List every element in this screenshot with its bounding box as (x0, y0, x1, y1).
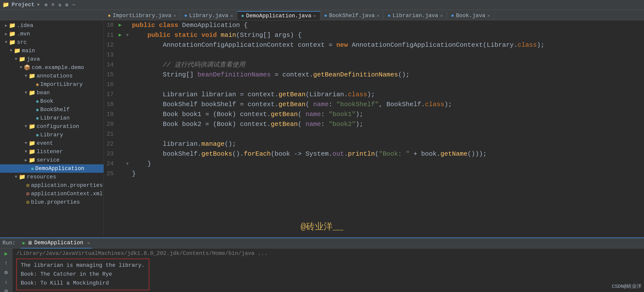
line-num-16: 16 (104, 80, 118, 90)
line-content-15: String[] beanDefinitionNames = context.g… (131, 70, 644, 80)
sidebar-item-configuration[interactable]: ▼ 📁 configuration (0, 122, 104, 131)
line-num-22: 22 (104, 139, 118, 149)
folder-icon-annotations: 📁 (29, 73, 35, 79)
sidebar-label-idea: .idea (17, 23, 33, 29)
output-line-1: Book: The Catcher in the Rye (21, 270, 145, 279)
run-down-button[interactable]: ↓ (2, 279, 11, 285)
code-line-15: 15 String[] beanDefinitionNames = contex… (104, 70, 644, 80)
sidebar-item-blue-properties[interactable]: ⚙ blue.properties (0, 198, 104, 206)
sort-icon[interactable]: ⇅ (58, 2, 61, 8)
line-fold-24[interactable]: ▼ (126, 159, 131, 169)
folder-icon-com: 📦 (24, 64, 30, 71)
folder-icon-service: 📁 (29, 157, 35, 164)
title-bar: 📁 Project ▼ ⊕ ≡ ⇅ ⚙ — (0, 0, 644, 10)
settings-icon[interactable]: ⚙ (65, 2, 68, 8)
sidebar-item-library[interactable]: ◉ Library (0, 131, 104, 139)
sidebar-item-main[interactable]: ▼ 📁 main (0, 47, 104, 55)
dropdown-arrow[interactable]: ▼ (37, 3, 40, 8)
sidebar-item-import-library[interactable]: ◉ ImportLibrary (0, 80, 104, 89)
java-icon-bookshelf: ◉ (36, 107, 39, 112)
sidebar-item-book[interactable]: ◉ Book (0, 97, 104, 105)
tab-close-library[interactable]: ✕ (230, 13, 233, 18)
run-tab-label: DemoApplication (34, 240, 83, 246)
run-tab[interactable]: ▶ 🖥 DemoApplication ✕ (20, 238, 92, 248)
arrow-icon-bean: ▼ (25, 91, 27, 95)
tab-close-import[interactable]: ✕ (174, 13, 176, 18)
bottom-panel: Run: ▶ 🖥 DemoApplication ✕ ▶ ↑ ⚙ ↓ ⊟ /Li… (0, 238, 644, 292)
sidebar-item-idea[interactable]: ▶ 📁 .idea (0, 21, 104, 30)
sidebar-item-listener[interactable]: ▼ 📁 listener (0, 148, 104, 156)
line-fold-11[interactable]: ▼ (126, 30, 131, 40)
tab-close-bookshelf[interactable]: ✕ (377, 13, 380, 18)
sidebar-item-librarian[interactable]: ◉ Librarian (0, 114, 104, 122)
code-editor[interactable]: 10 ▶ public class DemoApplication { 11 ▶… (104, 20, 644, 238)
line-num-12: 12 (104, 40, 118, 50)
folder-icon-main: 📁 (14, 48, 20, 54)
sidebar-item-java[interactable]: ▼ 📁 java (0, 55, 104, 63)
sidebar-label-import: ImportLibrary (40, 81, 83, 88)
line-num-10: 10 (104, 20, 118, 30)
tab-librarian[interactable]: ● Librarian.java ✕ (384, 11, 447, 20)
output-box: The librarian is managing the library. B… (16, 259, 149, 290)
sidebar-label-bookshelf: BookShelf (40, 107, 70, 113)
sidebar-item-service[interactable]: ▶ 📁 service (0, 156, 104, 164)
run-tab-icon: ▶ (22, 240, 26, 246)
tab-bookshelf[interactable]: ● BookShelf.java ✕ (320, 11, 384, 20)
folder-icon-java: 📁 (19, 56, 26, 63)
tab-library[interactable]: ● Library.java ✕ (180, 11, 237, 20)
sidebar-item-resources[interactable]: ▼ 📁 resources (0, 173, 104, 181)
line-num-23: 23 (104, 149, 118, 159)
tab-close-librarian[interactable]: ✕ (440, 13, 443, 18)
tab-book[interactable]: ● Book.java ✕ (447, 11, 494, 20)
tab-icon-librarian: ● (388, 13, 390, 19)
sidebar-item-bookshelf[interactable]: ◉ BookShelf (0, 105, 104, 114)
code-line-12: 12 AnnotationConfigApplicationContext co… (104, 40, 644, 50)
globe-icon[interactable]: ⊕ (44, 2, 48, 8)
run-settings-button[interactable]: ⚙ (2, 269, 11, 276)
code-line-22: 22 librarian.manage(); (104, 139, 644, 149)
run-play-button[interactable]: ▶ (2, 250, 11, 257)
tab-import-library[interactable]: ● ImportLibrary.java ✕ (104, 11, 180, 20)
sidebar-item-mvn[interactable]: ▶ 📁 .mvn (0, 30, 104, 38)
output-line-0: The librarian is managing the library. (21, 261, 145, 270)
list-icon[interactable]: ≡ (52, 2, 54, 8)
arrow-icon-com: ▼ (20, 65, 22, 70)
line-content-16 (131, 80, 644, 90)
tab-close-demo[interactable]: ✕ (313, 13, 316, 19)
sidebar-label-resources: resources (27, 174, 56, 180)
sidebar-label-demo: DemoApplication (35, 166, 84, 172)
line-content-10: public class DemoApplication { (131, 20, 644, 30)
run-tab-close[interactable]: ✕ (87, 240, 90, 246)
tab-icon-bookshelf: ● (324, 13, 327, 19)
sidebar-item-annotations[interactable]: ▼ 📁 annotations (0, 72, 104, 80)
tab-bar: ● ImportLibrary.java ✕ ● Library.java ✕ … (0, 10, 644, 20)
java-icon-librarian: ◉ (36, 115, 39, 121)
bottom-right-label: CSDN@砖业洋 (612, 283, 642, 289)
sidebar-label-com: com.example.demo (32, 65, 84, 71)
minimize-icon[interactable]: — (72, 2, 75, 8)
run-label: Run: (2, 240, 16, 246)
line-num-19: 19 (104, 109, 118, 119)
sidebar-item-app-properties[interactable]: ⚙ application.properties (0, 181, 104, 190)
sidebar-item-event[interactable]: ▼ 📁 event (0, 139, 104, 148)
code-editor-area: 10 ▶ public class DemoApplication { 11 ▶… (104, 20, 644, 238)
sidebar-item-demo-app[interactable]: ◉ DemoApplication (0, 164, 104, 173)
properties-icon-app: ⚙ (26, 182, 30, 189)
line-content-14: // 这行代码供调试查看使用 (131, 60, 644, 70)
sidebar-item-bean[interactable]: ▼ 📁 bean (0, 89, 104, 97)
bottom-tab-bar: Run: ▶ 🖥 DemoApplication ✕ (0, 238, 644, 248)
sidebar-item-src[interactable]: ▼ 📁 src (0, 38, 104, 47)
tab-demo-application[interactable]: ● DemoApplication.java ✕ (237, 11, 320, 20)
sidebar-label-event: event (37, 140, 53, 147)
sidebar-label-annotations: annotations (37, 73, 73, 79)
sidebar-item-com-example[interactable]: ▼ 📦 com.example.demo (0, 63, 104, 72)
arrow-icon-config: ▼ (25, 124, 27, 129)
line-num-21: 21 (104, 129, 118, 139)
run-wrap-button[interactable]: ⊟ (2, 288, 11, 292)
code-line-21: 21 (104, 129, 644, 139)
line-num-20: 20 (104, 119, 118, 129)
sidebar-label-java: java (27, 56, 40, 62)
run-up-button[interactable]: ↑ (2, 260, 11, 266)
sidebar-item-app-context[interactable]: ⚙ applicationContext.xml (0, 190, 104, 198)
tab-close-book[interactable]: ✕ (487, 13, 490, 18)
